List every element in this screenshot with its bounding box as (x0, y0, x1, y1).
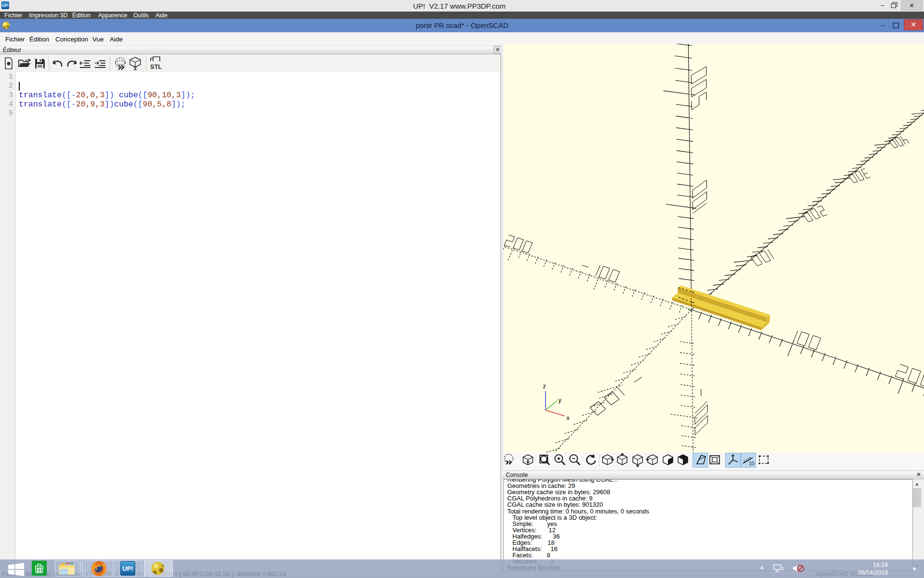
svg-text:z: z (543, 382, 546, 390)
svg-text:x: x (566, 414, 570, 421)
svg-text:10: 10 (749, 461, 755, 466)
svg-text:y: y (558, 396, 562, 404)
